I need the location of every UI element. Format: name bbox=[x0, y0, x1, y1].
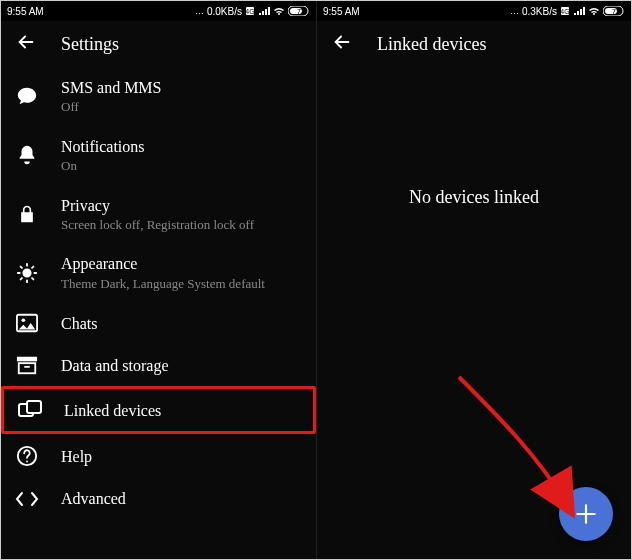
item-label: Notifications bbox=[61, 137, 302, 156]
dots-icon: … bbox=[195, 6, 204, 16]
image-icon bbox=[15, 313, 39, 333]
status-bar: 9:55 AM … 0.0KB/s 4G 73 bbox=[1, 1, 316, 21]
settings-item-notifications[interactable]: Notifications On bbox=[1, 126, 316, 185]
item-sub: Off bbox=[61, 99, 302, 115]
header-title: Settings bbox=[61, 34, 119, 55]
signal-icon bbox=[573, 6, 585, 16]
settings-item-advanced[interactable]: Advanced bbox=[1, 478, 316, 519]
back-icon[interactable] bbox=[331, 31, 353, 57]
settings-item-privacy[interactable]: Privacy Screen lock off, Registration lo… bbox=[1, 185, 316, 244]
svg-text:4G: 4G bbox=[245, 8, 254, 15]
svg-rect-12 bbox=[27, 401, 41, 413]
sun-icon bbox=[15, 262, 39, 284]
header-title: Linked devices bbox=[377, 34, 486, 55]
archive-icon bbox=[15, 355, 39, 375]
item-label: Chats bbox=[61, 314, 302, 333]
empty-state-text: No devices linked bbox=[317, 67, 631, 559]
status-bar: 9:55 AM … 0.3KB/s 4G 73 bbox=[317, 1, 631, 21]
svg-point-7 bbox=[22, 319, 26, 323]
signal-icon bbox=[258, 6, 270, 16]
svg-text:4G: 4G bbox=[560, 8, 569, 15]
settings-item-appearance[interactable]: Appearance Theme Dark, Language System d… bbox=[1, 243, 316, 302]
settings-item-linked-devices[interactable]: Linked devices bbox=[1, 386, 316, 434]
item-sub: Screen lock off, Registration lock off bbox=[61, 217, 302, 233]
lock-icon bbox=[15, 203, 39, 225]
status-icons: … 0.3KB/s 4G 73 bbox=[510, 6, 625, 17]
sim-icon: 4G bbox=[560, 6, 570, 16]
svg-text:73: 73 bbox=[612, 8, 620, 15]
app-header: Settings bbox=[1, 21, 316, 67]
help-circle-icon bbox=[15, 445, 39, 467]
svg-text:73: 73 bbox=[297, 8, 305, 15]
item-label: Linked devices bbox=[64, 401, 299, 420]
item-sub: Theme Dark, Language System default bbox=[61, 276, 302, 292]
back-icon[interactable] bbox=[15, 31, 37, 57]
clock-text: 9:55 AM bbox=[7, 6, 44, 17]
sim-icon: 4G bbox=[245, 6, 255, 16]
net-speed-text: 0.0KB/s bbox=[207, 6, 242, 17]
dots-icon: … bbox=[510, 6, 519, 16]
battery-icon: 73 bbox=[603, 6, 625, 16]
svg-point-14 bbox=[26, 461, 28, 463]
code-icon bbox=[15, 491, 39, 507]
item-label: Help bbox=[61, 447, 302, 466]
settings-item-data-storage[interactable]: Data and storage bbox=[1, 344, 316, 386]
svg-rect-8 bbox=[17, 357, 37, 362]
svg-point-5 bbox=[23, 269, 30, 276]
devices-icon bbox=[18, 400, 42, 420]
phone-linked-devices: 9:55 AM … 0.3KB/s 4G 73 Linked devices N… bbox=[316, 1, 631, 559]
settings-list: SMS and MMS Off Notifications On Privacy… bbox=[1, 67, 316, 559]
settings-item-chats[interactable]: Chats bbox=[1, 302, 316, 344]
item-label: Data and storage bbox=[61, 356, 302, 375]
wifi-icon bbox=[588, 6, 600, 16]
svg-rect-10 bbox=[24, 366, 30, 368]
svg-rect-9 bbox=[19, 363, 36, 373]
status-icons: … 0.0KB/s 4G 73 bbox=[195, 6, 310, 17]
add-device-fab[interactable] bbox=[559, 487, 613, 541]
net-speed-text: 0.3KB/s bbox=[522, 6, 557, 17]
chat-bubble-icon bbox=[15, 85, 39, 107]
wifi-icon bbox=[273, 6, 285, 16]
battery-icon: 73 bbox=[288, 6, 310, 16]
settings-item-sms[interactable]: SMS and MMS Off bbox=[1, 67, 316, 126]
item-label: Appearance bbox=[61, 254, 302, 273]
item-label: Advanced bbox=[61, 489, 302, 508]
app-header: Linked devices bbox=[317, 21, 631, 67]
item-label: SMS and MMS bbox=[61, 78, 302, 97]
settings-item-help[interactable]: Help bbox=[1, 434, 316, 478]
plus-icon bbox=[573, 501, 599, 527]
bell-icon bbox=[15, 144, 39, 166]
phone-settings: 9:55 AM … 0.0KB/s 4G 73 Settings SMS and… bbox=[1, 1, 316, 559]
item-label: Privacy bbox=[61, 196, 302, 215]
item-sub: On bbox=[61, 158, 302, 174]
clock-text: 9:55 AM bbox=[323, 6, 360, 17]
